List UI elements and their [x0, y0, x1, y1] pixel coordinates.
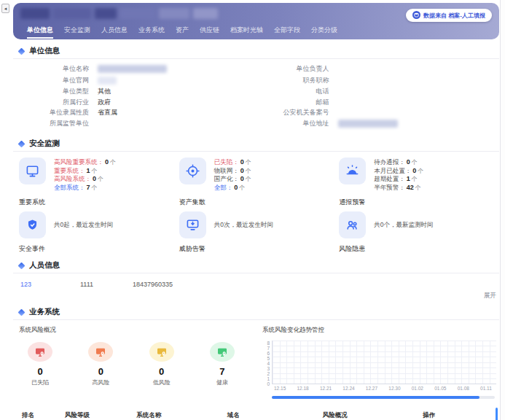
redacted-value — [338, 120, 398, 128]
collapse-panel-button[interactable]: ◂ — [1, 4, 9, 13]
diamond-icon — [18, 140, 26, 147]
stat-label: 健康 — [210, 378, 235, 386]
stat-label: 高风险系统： — [54, 175, 91, 182]
card-alert-notification: 待办通报：0个 本月已处置：0个 超期处置：1个 半年预警：42个 通报预警 — [339, 158, 499, 207]
system-risk-table: 排名 风险等级 系统名称 域名 风险概况 操作 1 健康 系统0000 10.5… — [19, 408, 496, 420]
card-label: 资产集散 — [179, 198, 340, 207]
person-name-link[interactable]: 123 — [20, 281, 80, 288]
header-banner: 数据来自 档案-人工填报 单位信息 安全监测 人员信息 业务系统 资产 供应链 … — [13, 3, 499, 39]
card-label: 通报预警 — [339, 198, 499, 207]
field-label: 邮箱 — [257, 98, 329, 106]
stat-label: 物联网： — [214, 167, 239, 174]
diamond-icon — [18, 47, 26, 55]
tab-unit-info[interactable]: 单位信息 — [27, 26, 53, 39]
section-title-unit-info: 单位信息 — [19, 46, 499, 56]
tab-supply-chain[interactable]: 供应链 — [200, 26, 219, 39]
col-actions: 操作 — [420, 408, 496, 420]
col-rank: 排名 — [19, 408, 62, 420]
diamond-icon — [18, 262, 26, 269]
section-label: 人员信息 — [29, 260, 60, 271]
tab-security-monitor[interactable]: 安全监测 — [64, 26, 90, 39]
tab-all-fields[interactable]: 全部字段 — [274, 26, 300, 39]
risk-overview-panel: 系统风险概况 0 已失陷 0 高风险 0 低风险 — [19, 326, 251, 399]
card-important-systems: 高风险重要系统：0个 重要系统：1个 高风险系统：0个 全部系统：7个 重要系统 — [19, 158, 179, 207]
data-source-button[interactable]: 数据来自 档案-人工填报 — [406, 9, 492, 22]
stat-value: 0 — [149, 366, 174, 377]
risk-trend-panel: 系统风险变化趋势管控 87 65 43 21 0 12.1512.18 12.2… — [262, 326, 496, 399]
card-label: 威胁告警 — [179, 244, 340, 254]
field-label: 单位类型 — [16, 88, 89, 95]
stat-label: 已失陷 — [28, 378, 52, 386]
stat-label: 低风险 — [149, 378, 174, 386]
event-summary: 共0起，最近发生时间 — [54, 221, 113, 230]
alert-monitor-icon — [179, 211, 206, 238]
stat-healthy: 7 健康 — [210, 342, 235, 386]
tab-assets[interactable]: 资产 — [176, 26, 189, 39]
section-title-personnel: 人员信息 — [19, 260, 499, 271]
col-domain: 域名 — [224, 408, 320, 420]
col-system-name: 系统名称 — [133, 408, 224, 420]
field-value: 政府 — [98, 98, 111, 106]
stat-label: 国产化： — [214, 175, 239, 182]
chart-scrollbar-track — [272, 396, 495, 399]
risk-trend-chart: 87 65 43 21 0 — [262, 341, 496, 384]
redacted-value — [98, 65, 167, 73]
field-value: 其他 — [98, 88, 111, 95]
stat-label: 已失陷： — [214, 158, 239, 166]
archive-detail-panel: 数据来自 档案-人工填报 单位信息 安全监测 人员信息 业务系统 资产 供应链 … — [13, 3, 499, 420]
page-scrollbar-rail[interactable] — [500, 0, 505, 420]
table-scrollbar[interactable] — [496, 408, 498, 420]
field-label: 所属监管单位 — [16, 120, 89, 128]
stat-label: 本月已处置： — [374, 167, 411, 174]
unit-info-fields: 单位名称 单位负责人 单位官网 职务职称 单位类型其他 电话 所属行业政府 邮箱… — [13, 59, 499, 132]
section-title-business: 业务系统 — [19, 307, 499, 317]
stat-value: 0 — [28, 366, 52, 377]
stat-label: 全部系统： — [54, 184, 85, 191]
stat-label: 超期处置： — [374, 175, 405, 182]
field-label: 所属行业 — [16, 98, 89, 106]
stat-label: 重要系统： — [54, 167, 85, 174]
card-threat-alerts: 共0次，最近发生时间 威胁告警 — [179, 211, 340, 254]
field-label: 单位名称 — [16, 65, 89, 73]
chart-scrollbar[interactable] — [272, 396, 479, 399]
expand-link[interactable]: 展开 — [13, 288, 499, 300]
database-icon — [412, 11, 420, 20]
tab-bar: 单位信息 安全监测 人员信息 业务系统 资产 供应链 档案时光轴 全部字段 分类… — [27, 26, 490, 39]
card-label: 安全事件 — [19, 244, 179, 254]
col-risk-level: 风险等级 — [62, 408, 133, 420]
section-title-security: 安全监测 — [19, 139, 499, 149]
monitor-gear-icon — [149, 342, 174, 362]
security-cards-row1: 高风险重要系统：0个 重要系统：1个 高风险系统：0个 全部系统：7个 重要系统… — [13, 152, 499, 207]
card-label: 重要系统 — [19, 198, 179, 207]
x-axis: 12.1512.18 12.2112.24 12.2712.30 01.0201… — [274, 386, 492, 391]
tab-business-systems[interactable]: 业务系统 — [138, 26, 165, 39]
stat-high-risk: 0 高风险 — [88, 342, 113, 386]
monitor-icon — [19, 158, 46, 184]
stat-label: 高风险重要系统： — [54, 158, 103, 166]
field-label: 电话 — [257, 88, 329, 95]
stat-compromised: 0 已失陷 — [28, 342, 52, 386]
stat-label: 待办通报： — [374, 158, 405, 166]
tab-archive-timeline[interactable]: 档案时光轴 — [230, 26, 263, 39]
monitor-gear-icon — [210, 342, 235, 362]
field-value: 省直属 — [98, 109, 117, 116]
alarm-icon — [339, 158, 366, 184]
event-summary: 共0次，最近发生时间 — [214, 221, 273, 230]
field-label: 单位地址 — [257, 120, 329, 128]
panel-title: 系统风险概况 — [19, 326, 251, 335]
card-asset-detection: 已失陷：0个 物联网：0个 国产化：0个 全部：0个 资产集散 — [179, 158, 340, 207]
section-label: 业务系统 — [29, 307, 60, 317]
stat-label: 半年预警： — [374, 184, 405, 191]
field-label: 公安机关备案号 — [257, 109, 329, 116]
stat-low-risk: 0 低风险 — [149, 342, 174, 386]
field-label: 单位负责人 — [257, 65, 329, 73]
tab-personnel-info[interactable]: 人员信息 — [101, 26, 128, 39]
col-risk-overview: 风险概况 — [320, 408, 420, 420]
card-security-events: 共0起，最近发生时间 安全事件 — [19, 211, 179, 254]
tab-classification[interactable]: 分类分级 — [311, 26, 337, 39]
stat-value: 0 — [88, 366, 113, 377]
stat-label: 全部： — [214, 184, 233, 191]
card-risk-hazards: 共0个，最新监测时间 风险隐患 — [339, 211, 499, 254]
data-source-label: 数据来自 档案-人工填报 — [423, 12, 485, 20]
monitor-gear-icon — [28, 342, 52, 362]
